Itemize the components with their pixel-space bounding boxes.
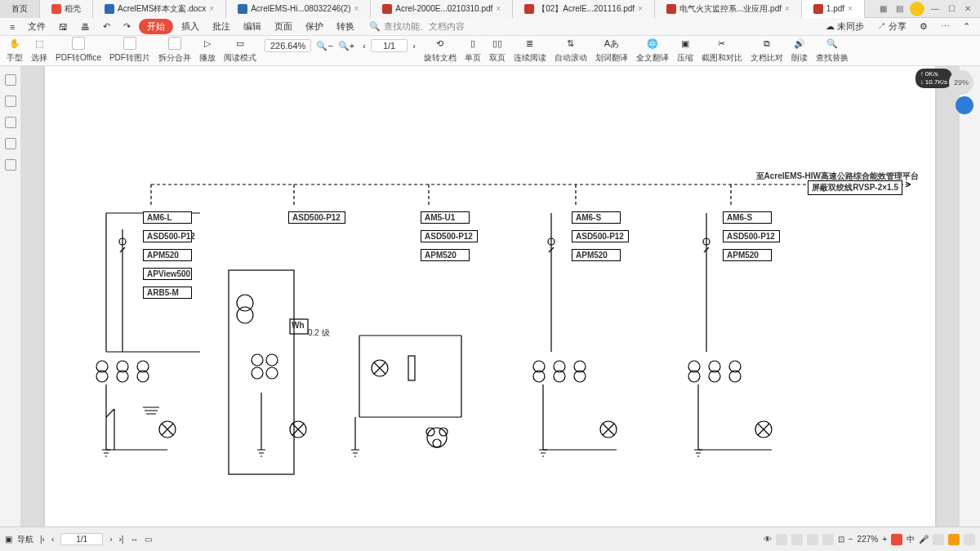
compress-button[interactable]: ▣压缩 — [677, 35, 693, 64]
fulltrans-icon: 🌐 — [647, 38, 658, 49]
pdf2office-button[interactable]: PDF转Office — [56, 35, 101, 64]
autoscroll-button[interactable]: ⇅自动滚动 — [555, 35, 587, 64]
select-icon[interactable]: ⬚ — [35, 38, 43, 49]
crop-button[interactable]: ✂截图和对比 — [702, 35, 742, 64]
nav-toggle[interactable]: ▣ 导航 — [5, 534, 33, 545]
assistant-fab[interactable] — [956, 96, 973, 114]
close-icon[interactable]: × — [785, 4, 790, 13]
mic-icon[interactable]: 🎤 — [919, 535, 929, 544]
tool-undo-icon[interactable]: ↶ — [98, 20, 115, 33]
rotate-button[interactable]: ⟲旋转文档 — [424, 35, 457, 64]
zoom-in-icon[interactable]: 🔍+ — [338, 41, 354, 51]
splitmerge-button[interactable]: 拆分合并 — [158, 35, 191, 64]
view1-icon[interactable] — [776, 534, 787, 545]
collapse-icon[interactable]: ⌃ — [958, 20, 975, 33]
menu-file[interactable]: 文件 — [23, 19, 51, 34]
avatar-icon[interactable] — [910, 2, 924, 16]
tab-pdf2[interactable]: 【02】AcrelE...201116.pdf× — [513, 0, 655, 18]
prev-page2-icon[interactable]: ‹ — [51, 535, 54, 544]
document-viewport[interactable]: 至AcrelEMS-HIW高速公路综合能效管理平台 屏蔽双绞线RVSP-2×1.… — [21, 66, 959, 527]
settings-icon[interactable]: ⚙ — [915, 20, 933, 33]
tab-pdf3[interactable]: 电气火灾监控系...业应用.pdf× — [655, 0, 802, 18]
tab-pdf-active[interactable]: 1.pdf× — [802, 0, 865, 18]
bookmark-icon[interactable] — [5, 74, 16, 86]
menu-insert[interactable]: 插入 — [176, 19, 204, 34]
share-button[interactable]: ↗ 分享 — [872, 19, 911, 34]
zoom-value[interactable]: 226.64% — [265, 39, 311, 52]
zoom-in2-icon[interactable]: + — [882, 535, 887, 544]
play-button[interactable]: ▷播放 — [199, 35, 216, 64]
view4-icon[interactable] — [822, 534, 834, 545]
attachment-icon[interactable] — [5, 138, 16, 149]
tool-save-icon[interactable]: 🖫 — [54, 20, 73, 33]
maximize-icon[interactable]: ☐ — [946, 3, 957, 15]
close-window-icon[interactable]: ✕ — [962, 3, 973, 15]
tool-print-icon[interactable]: 🖶 — [76, 20, 95, 33]
thumbnail-icon[interactable] — [5, 96, 16, 107]
pdf-icon — [813, 4, 823, 14]
hand-icon[interactable]: ✋ — [9, 38, 20, 49]
status-page[interactable]: 1/1 — [60, 533, 103, 545]
tray-ic3[interactable] — [964, 534, 975, 545]
tool-redo-icon[interactable]: ↷ — [118, 20, 136, 33]
tab-doc2[interactable]: AcrelEMS-Hi...08032246(2)× — [226, 0, 371, 18]
signature-icon[interactable] — [5, 159, 16, 171]
zoom-fit-icon[interactable]: ⊡ — [838, 535, 844, 544]
menu-start[interactable]: 开始 — [139, 19, 173, 34]
close-icon[interactable]: × — [848, 4, 853, 13]
close-icon[interactable]: × — [496, 4, 501, 13]
menu-edit[interactable]: 编辑 — [238, 19, 266, 34]
readmode-button[interactable]: ▭阅读模式 — [224, 35, 256, 64]
view2-icon[interactable] — [791, 534, 803, 545]
close-icon[interactable]: × — [209, 4, 214, 13]
first-page-icon[interactable]: |‹ — [40, 535, 45, 544]
page-indicator[interactable]: 1/1 — [371, 39, 408, 52]
read-button[interactable]: 🔊朗读 — [791, 35, 808, 64]
tab-daoke[interactable]: 稻壳 — [40, 0, 93, 18]
last-page-icon[interactable]: ›| — [119, 535, 124, 544]
menu-annotate[interactable]: 批注 — [207, 19, 235, 34]
comment-icon[interactable] — [5, 117, 16, 128]
status-tray: 👁 ⊡ − 227% + 中 🎤 — [764, 534, 975, 545]
label-apm520-4: APM520 — [572, 249, 621, 261]
menu-hamburger[interactable]: ≡ — [5, 20, 20, 33]
fitpage-icon[interactable]: ▭ — [145, 535, 152, 544]
menu-page[interactable]: 页面 — [270, 19, 297, 34]
grid-icon[interactable]: ▦ — [877, 3, 889, 15]
view3-icon[interactable] — [807, 534, 818, 545]
tray-ic1[interactable] — [933, 534, 944, 545]
next-page-icon[interactable]: › — [412, 41, 416, 51]
menu-convert[interactable]: 转换 — [332, 19, 359, 34]
tab-home[interactable]: 首页 — [0, 0, 40, 18]
prev-page-icon[interactable]: ‹ — [363, 41, 366, 51]
sogou-icon[interactable] — [891, 534, 902, 545]
zoom-out-icon[interactable]: 🔍− — [316, 41, 332, 51]
apps-icon[interactable]: ▤ — [893, 3, 905, 15]
tab-pdf1[interactable]: Acrel-2000E...0210310.pdf× — [371, 0, 513, 18]
minimize-icon[interactable]: — — [929, 3, 941, 15]
fitwidth-icon[interactable]: ↔ — [130, 535, 138, 544]
more-icon[interactable]: ⋯ — [936, 20, 955, 33]
double-page-button[interactable]: ▯▯双页 — [489, 35, 506, 64]
status-zoom[interactable]: 227% — [858, 535, 879, 544]
search-box[interactable]: 🔍 查找功能、文档内容 — [369, 20, 465, 33]
sync-status[interactable]: ☁ 未同步 — [821, 19, 869, 34]
close-icon[interactable]: × — [354, 4, 359, 13]
findrep-button[interactable]: 🔍查找替换 — [816, 35, 849, 64]
tab-docx[interactable]: AcrelEMS样本文案.docx× — [93, 0, 226, 18]
eye-icon[interactable]: 👁 — [764, 535, 772, 544]
tray-ic2[interactable] — [948, 534, 960, 545]
fulltrans-button[interactable]: 🌐全文翻译 — [636, 35, 669, 64]
next-page2-icon[interactable]: › — [109, 535, 112, 544]
svg-point-9 — [237, 295, 253, 311]
close-icon[interactable]: × — [638, 4, 643, 13]
label-am6l: AM6-L — [143, 211, 192, 224]
continuous-button[interactable]: ≣连续阅读 — [514, 35, 546, 64]
doccmp-button[interactable]: ⧉文档比对 — [751, 35, 783, 64]
pdf2img-button[interactable]: PDF转图片 — [109, 35, 150, 64]
ime-label[interactable]: 中 — [906, 534, 915, 545]
linetrans-button[interactable]: Aあ划词翻译 — [595, 35, 628, 64]
single-page-button[interactable]: ▯单页 — [465, 35, 481, 64]
menu-protect[interactable]: 保护 — [301, 19, 328, 34]
zoom-out2-icon[interactable]: − — [849, 535, 853, 544]
